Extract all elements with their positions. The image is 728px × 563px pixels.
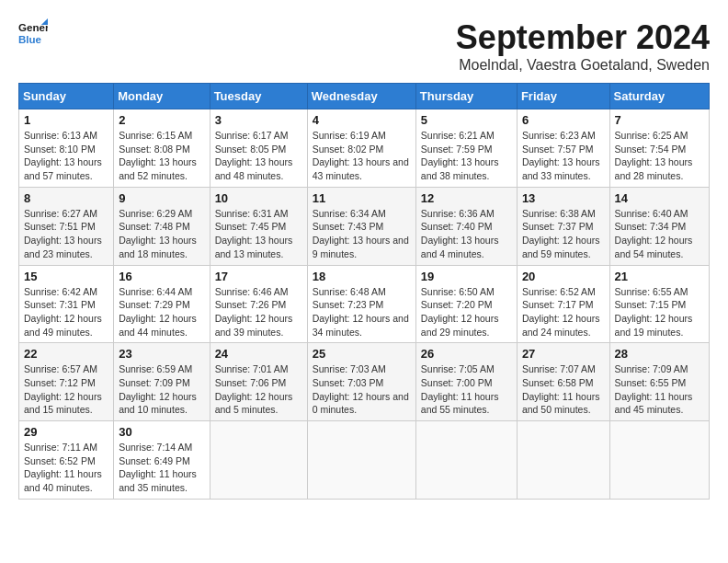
day-number: 13	[522, 191, 605, 205]
day-number: 4	[313, 113, 411, 127]
day-info: Sunrise: 6:34 AMSunset: 7:43 PMDaylight:…	[313, 207, 411, 261]
weekday-header-saturday: Saturday	[609, 84, 709, 109]
day-number: 1	[24, 113, 108, 127]
location-title: Moelndal, Vaestra Goetaland, Sweden	[456, 57, 710, 74]
day-info: Sunrise: 6:19 AMSunset: 8:02 PMDaylight:…	[313, 129, 411, 183]
calendar-cell: 17Sunrise: 6:46 AMSunset: 7:26 PMDayligh…	[210, 265, 307, 343]
day-info: Sunrise: 6:21 AMSunset: 7:59 PMDaylight:…	[421, 129, 512, 183]
day-info: Sunrise: 6:40 AMSunset: 7:34 PMDaylight:…	[615, 207, 704, 261]
day-info: Sunrise: 6:50 AMSunset: 7:20 PMDaylight:…	[421, 285, 512, 339]
calendar-cell	[517, 421, 609, 500]
calendar-cell: 30Sunrise: 7:14 AMSunset: 6:49 PMDayligh…	[114, 421, 210, 500]
day-number: 12	[421, 191, 512, 205]
day-number: 11	[313, 191, 411, 205]
day-number: 15	[24, 270, 108, 283]
day-info: Sunrise: 6:59 AMSunset: 7:09 PMDaylight:…	[119, 362, 204, 417]
day-info: Sunrise: 6:17 AMSunset: 8:05 PMDaylight:…	[215, 129, 302, 183]
day-info: Sunrise: 6:31 AMSunset: 7:45 PMDaylight:…	[215, 207, 302, 261]
day-info: Sunrise: 6:46 AMSunset: 7:26 PMDaylight:…	[215, 285, 302, 339]
calendar-cell: 1Sunrise: 6:13 AMSunset: 8:10 PMDaylight…	[19, 109, 114, 188]
calendar-cell: 29Sunrise: 7:11 AMSunset: 6:52 PMDayligh…	[19, 421, 114, 500]
calendar-cell: 13Sunrise: 6:38 AMSunset: 7:37 PMDayligh…	[517, 187, 609, 265]
day-number: 19	[421, 270, 512, 283]
calendar-cell	[609, 421, 709, 500]
svg-text:Blue: Blue	[18, 34, 42, 45]
day-number: 5	[421, 113, 512, 127]
weekday-header-sunday: Sunday	[19, 84, 114, 109]
calendar-cell: 11Sunrise: 6:34 AMSunset: 7:43 PMDayligh…	[307, 187, 415, 265]
calendar-cell: 24Sunrise: 7:01 AMSunset: 7:06 PMDayligh…	[210, 343, 307, 421]
calendar-cell: 16Sunrise: 6:44 AMSunset: 7:29 PMDayligh…	[114, 265, 210, 343]
day-info: Sunrise: 6:27 AMSunset: 7:51 PMDaylight:…	[24, 207, 108, 261]
calendar-cell: 3Sunrise: 6:17 AMSunset: 8:05 PMDaylight…	[210, 109, 307, 188]
day-info: Sunrise: 7:05 AMSunset: 7:00 PMDaylight:…	[421, 362, 512, 417]
day-number: 7	[615, 113, 704, 127]
calendar-cell: 6Sunrise: 6:23 AMSunset: 7:57 PMDaylight…	[517, 109, 609, 188]
day-info: Sunrise: 7:03 AMSunset: 7:03 PMDaylight:…	[313, 362, 411, 417]
day-info: Sunrise: 7:07 AMSunset: 6:58 PMDaylight:…	[522, 362, 605, 417]
day-number: 29	[24, 425, 108, 439]
month-title: September 2024	[456, 18, 710, 57]
calendar-cell	[210, 421, 307, 500]
calendar-cell: 21Sunrise: 6:55 AMSunset: 7:15 PMDayligh…	[609, 265, 709, 343]
day-number: 21	[615, 270, 704, 283]
day-number: 17	[215, 270, 302, 283]
day-number: 22	[24, 347, 108, 361]
calendar-cell: 28Sunrise: 7:09 AMSunset: 6:55 PMDayligh…	[609, 343, 709, 421]
day-number: 6	[522, 113, 605, 127]
day-number: 25	[313, 347, 411, 361]
day-number: 28	[615, 347, 704, 361]
day-info: Sunrise: 6:23 AMSunset: 7:57 PMDaylight:…	[522, 129, 605, 183]
day-number: 9	[119, 191, 204, 205]
calendar-cell	[415, 421, 517, 500]
day-info: Sunrise: 7:11 AMSunset: 6:52 PMDaylight:…	[24, 441, 108, 495]
day-number: 16	[119, 270, 204, 283]
calendar-cell: 7Sunrise: 6:25 AMSunset: 7:54 PMDaylight…	[609, 109, 709, 188]
day-info: Sunrise: 7:09 AMSunset: 6:55 PMDaylight:…	[615, 362, 704, 417]
day-info: Sunrise: 6:44 AMSunset: 7:29 PMDaylight:…	[119, 285, 204, 339]
weekday-header-thursday: Thursday	[415, 84, 517, 109]
day-info: Sunrise: 6:38 AMSunset: 7:37 PMDaylight:…	[522, 207, 605, 261]
day-number: 20	[522, 270, 605, 283]
weekday-header-friday: Friday	[517, 84, 609, 109]
calendar-cell: 19Sunrise: 6:50 AMSunset: 7:20 PMDayligh…	[415, 265, 517, 343]
day-info: Sunrise: 6:29 AMSunset: 7:48 PMDaylight:…	[119, 207, 204, 261]
calendar-cell: 22Sunrise: 6:57 AMSunset: 7:12 PMDayligh…	[19, 343, 114, 421]
weekday-header-wednesday: Wednesday	[307, 84, 415, 109]
day-number: 27	[522, 347, 605, 361]
day-info: Sunrise: 6:42 AMSunset: 7:31 PMDaylight:…	[24, 285, 108, 339]
weekday-header-monday: Monday	[114, 84, 210, 109]
calendar-cell: 2Sunrise: 6:15 AMSunset: 8:08 PMDaylight…	[114, 109, 210, 188]
calendar-cell: 4Sunrise: 6:19 AMSunset: 8:02 PMDaylight…	[307, 109, 415, 188]
calendar-cell: 8Sunrise: 6:27 AMSunset: 7:51 PMDaylight…	[19, 187, 114, 265]
day-info: Sunrise: 6:13 AMSunset: 8:10 PMDaylight:…	[24, 129, 108, 183]
day-info: Sunrise: 6:57 AMSunset: 7:12 PMDaylight:…	[24, 362, 108, 417]
day-info: Sunrise: 6:25 AMSunset: 7:54 PMDaylight:…	[615, 129, 704, 183]
calendar-cell: 23Sunrise: 6:59 AMSunset: 7:09 PMDayligh…	[114, 343, 210, 421]
day-info: Sunrise: 7:01 AMSunset: 7:06 PMDaylight:…	[215, 362, 302, 417]
calendar-cell: 20Sunrise: 6:52 AMSunset: 7:17 PMDayligh…	[517, 265, 609, 343]
calendar-cell: 14Sunrise: 6:40 AMSunset: 7:34 PMDayligh…	[609, 187, 709, 265]
day-number: 23	[119, 347, 204, 361]
day-info: Sunrise: 6:55 AMSunset: 7:15 PMDaylight:…	[615, 285, 704, 339]
day-number: 26	[421, 347, 512, 361]
logo: General Blue	[18, 18, 48, 48]
day-number: 24	[215, 347, 302, 361]
calendar-cell: 25Sunrise: 7:03 AMSunset: 7:03 PMDayligh…	[307, 343, 415, 421]
calendar-cell: 18Sunrise: 6:48 AMSunset: 7:23 PMDayligh…	[307, 265, 415, 343]
day-number: 3	[215, 113, 302, 127]
weekday-header-tuesday: Tuesday	[210, 84, 307, 109]
day-number: 14	[615, 191, 704, 205]
day-number: 2	[119, 113, 204, 127]
day-info: Sunrise: 6:48 AMSunset: 7:23 PMDaylight:…	[313, 285, 411, 339]
day-info: Sunrise: 6:52 AMSunset: 7:17 PMDaylight:…	[522, 285, 605, 339]
day-info: Sunrise: 6:36 AMSunset: 7:40 PMDaylight:…	[421, 207, 512, 261]
calendar-cell: 9Sunrise: 6:29 AMSunset: 7:48 PMDaylight…	[114, 187, 210, 265]
calendar-cell	[307, 421, 415, 500]
calendar-cell: 5Sunrise: 6:21 AMSunset: 7:59 PMDaylight…	[415, 109, 517, 188]
day-number: 10	[215, 191, 302, 205]
calendar-cell: 10Sunrise: 6:31 AMSunset: 7:45 PMDayligh…	[210, 187, 307, 265]
day-number: 8	[24, 191, 108, 205]
calendar-table: SundayMondayTuesdayWednesdayThursdayFrid…	[18, 83, 710, 500]
calendar-cell: 27Sunrise: 7:07 AMSunset: 6:58 PMDayligh…	[517, 343, 609, 421]
